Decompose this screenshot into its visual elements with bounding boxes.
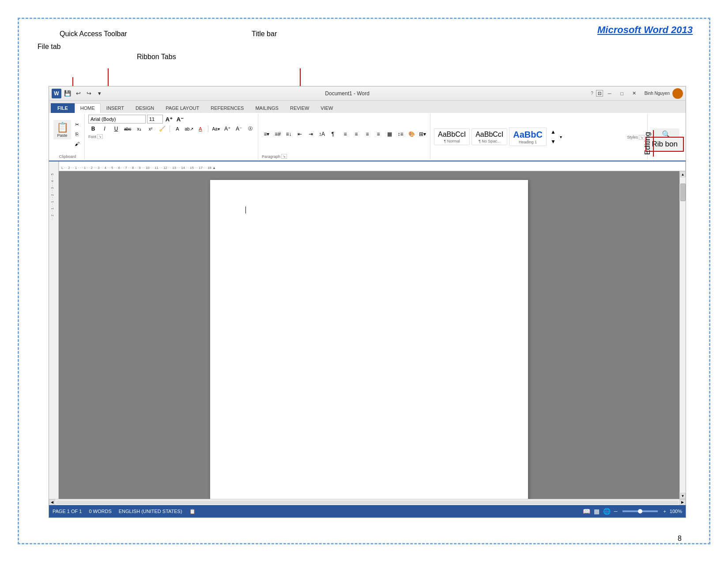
strikethrough-button[interactable]: abc <box>123 124 132 133</box>
paste-button[interactable]: 📋 Paste <box>53 120 71 139</box>
clipboard-label: Clipboard <box>59 154 76 159</box>
underline-button[interactable]: U <box>111 124 121 133</box>
shrink-font-button[interactable]: A⁻ <box>175 115 185 124</box>
grow-font-button[interactable]: A⁺ <box>164 115 174 124</box>
styles-up-button[interactable]: ▲ <box>548 127 558 136</box>
scroll-down-button[interactable]: ▼ <box>680 493 686 499</box>
print-layout-button[interactable]: ▦ <box>594 508 600 515</box>
styles-group: AaBbCcI ¶ Normal AaBbCcI ¶ No Spac... Aa… <box>431 114 648 160</box>
word-count: 0 WORDS <box>89 509 111 514</box>
bold-button[interactable]: B <box>88 124 98 133</box>
page-number-8: 8 <box>678 535 682 543</box>
style-normal-preview: AaBbCcI <box>438 130 466 139</box>
language-indicator: ENGLISH (UNITED STATES) <box>119 509 182 514</box>
font-name-input[interactable] <box>88 115 146 124</box>
clipboard-sub: ✂ ⎘ 🖌 <box>72 120 82 148</box>
show-formatting-button[interactable]: ¶ <box>328 130 338 139</box>
styles-more-button[interactable]: ▾ <box>560 135 562 139</box>
undo-button[interactable]: ↩ <box>74 89 83 98</box>
title-bar: W 💾 ↩ ↪ ▾ Document1 - Word ? ⊡ ─ □ ✕ Bin… <box>49 86 686 101</box>
increase-indent-button[interactable]: ⇥ <box>306 130 316 139</box>
quick-access-label: Quick Access Toolbar <box>60 30 127 38</box>
style-heading1[interactable]: AaBbC Heading 1 <box>509 127 547 146</box>
styles-content: AaBbCcI ¶ Normal AaBbCcI ¶ No Spac... Aa… <box>434 127 625 146</box>
scroll-left-button[interactable]: ◀ <box>49 499 55 506</box>
paragraph-expand[interactable]: ↘ <box>281 154 287 159</box>
circle-A-button[interactable]: Ⓐ <box>245 124 255 133</box>
ms-word-title: Microsoft Word 2013 <box>597 24 693 36</box>
borders-button[interactable]: ⊞▾ <box>418 130 427 139</box>
minimize-button[interactable]: ─ <box>604 89 615 98</box>
scrollbar-vertical[interactable]: ▲ ▼ <box>679 171 686 499</box>
font-size-input[interactable] <box>147 115 163 124</box>
h-scroll-track[interactable] <box>56 501 679 504</box>
paste-icon: 📋 <box>57 122 68 133</box>
format-painter-button[interactable]: 🖌 <box>72 139 82 148</box>
tab-insert[interactable]: INSERT <box>101 103 130 113</box>
bullets-button[interactable]: ≡▾ <box>262 130 272 139</box>
highlight-button[interactable]: ab↗ <box>184 124 194 133</box>
copy-button[interactable]: ⎘ <box>72 130 82 139</box>
scroll-up-button[interactable]: ▲ <box>680 171 686 177</box>
web-layout-button[interactable]: 🌐 <box>603 508 611 515</box>
scroll-thumb[interactable] <box>680 184 686 201</box>
style-normal[interactable]: AaBbCcI ¶ Normal <box>434 128 470 145</box>
tab-view[interactable]: VIEW <box>315 103 339 113</box>
page-area[interactable] <box>59 171 679 499</box>
subscript-button[interactable]: x₂ <box>134 124 144 133</box>
title-bar-center: Document1 - Word <box>104 90 591 97</box>
font-color-button[interactable]: A <box>196 124 205 133</box>
columns-button[interactable]: ▦ <box>385 130 394 139</box>
tab-home[interactable]: HOME <box>75 103 101 113</box>
ashrink-button[interactable]: A⁻ <box>234 124 244 133</box>
tab-file[interactable]: FILE <box>51 103 75 113</box>
document-page <box>210 180 528 499</box>
qat-dropdown[interactable]: ▾ <box>95 89 104 98</box>
tab-mailings[interactable]: MAILINGS <box>249 103 284 113</box>
styles-down-button[interactable]: ▼ <box>548 137 558 146</box>
text-color-button[interactable]: A <box>173 124 182 133</box>
aa-button[interactable]: Aa▾ <box>211 124 221 133</box>
scroll-right-button[interactable]: ▶ <box>679 499 686 506</box>
align-left-button[interactable]: ≡ <box>340 130 350 139</box>
numbering-button[interactable]: ≡# <box>273 130 283 139</box>
align-center-button[interactable]: ≡ <box>351 130 361 139</box>
zoom-plus[interactable]: + <box>663 509 666 514</box>
cut-button[interactable]: ✂ <box>72 120 82 129</box>
justify-button[interactable]: ≡ <box>373 130 383 139</box>
read-mode-button[interactable]: 📖 <box>583 508 590 515</box>
zoom-level: 100% <box>670 509 682 514</box>
editing-vertical-label: Editing <box>642 130 654 157</box>
zoom-minus[interactable]: ─ <box>614 509 618 514</box>
decrease-indent-button[interactable]: ⇤ <box>295 130 305 139</box>
page-indicator: PAGE 1 OF 1 <box>53 509 82 514</box>
close-button[interactable]: ✕ <box>629 89 640 98</box>
font-group: A⁺ A⁻ B I U abc x₂ x² 🧹 A ab↗ A Aa▾ A⁺ A… <box>86 114 258 160</box>
agrow-button[interactable]: A⁺ <box>223 124 232 133</box>
tab-design[interactable]: DESIGN <box>130 103 160 113</box>
align-right-button[interactable]: ≡ <box>362 130 372 139</box>
shading-button[interactable]: 🎨 <box>407 130 416 139</box>
italic-button[interactable]: I <box>100 124 109 133</box>
doc-area: · · 2 · · 1 · · 1 · · 2 · · 3 · · 4 · · … <box>49 171 686 499</box>
tab-references[interactable]: REFERENCES <box>205 103 249 113</box>
paragraph-label: Paragraph ↘ <box>262 154 427 159</box>
style-no-spacing[interactable]: AaBbCcI ¶ No Spac... <box>472 128 507 145</box>
multilevel-button[interactable]: ≡↓ <box>284 130 294 139</box>
ribbon-tabs-label: Ribbon Tabs <box>137 53 176 61</box>
tab-review[interactable]: REVIEW <box>284 103 315 113</box>
restore-icon: ⊡ <box>596 90 603 97</box>
user-avatar <box>672 88 683 99</box>
clear-format-button[interactable]: 🧹 <box>157 124 167 133</box>
zoom-slider[interactable] <box>622 510 658 512</box>
save-button[interactable]: 💾 <box>63 89 72 98</box>
font-expand[interactable]: ↘ <box>97 134 103 139</box>
superscript-button[interactable]: x² <box>146 124 155 133</box>
sort-button[interactable]: ↕A <box>317 130 327 139</box>
vertical-ruler: · · 2 · · 1 · · 1 · · 2 · · 3 · · 4 · · … <box>49 171 59 499</box>
line-spacing-button[interactable]: ↕≡ <box>396 130 405 139</box>
tab-page-layout[interactable]: PAGE LAYOUT <box>160 103 205 113</box>
redo-button[interactable]: ↪ <box>84 89 93 98</box>
spelling-icon: 📋 <box>189 509 196 514</box>
maximize-button[interactable]: □ <box>616 89 628 98</box>
